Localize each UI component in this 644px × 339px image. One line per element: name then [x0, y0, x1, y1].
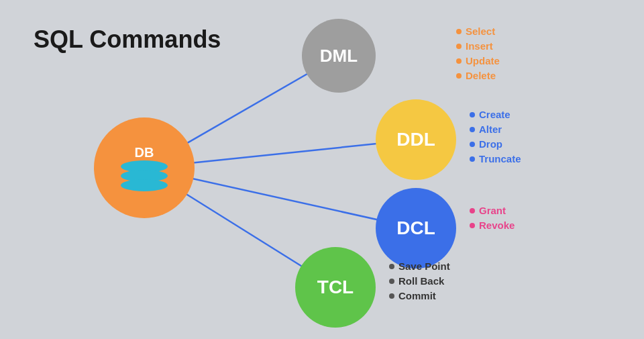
list-item: Save Point: [389, 260, 450, 272]
list-item: Truncate: [470, 153, 521, 164]
bullet-icon: [470, 142, 475, 147]
dml-label-group: Select Insert Update Delete: [456, 26, 500, 81]
dcl-item-2: Revoke: [479, 220, 515, 231]
list-item: Create: [470, 109, 521, 120]
list-item: Select: [456, 26, 500, 37]
db-disk-3: [121, 179, 168, 191]
bullet-icon: [470, 112, 475, 117]
ddl-item-1: Create: [479, 109, 511, 120]
dml-item-1: Select: [466, 26, 495, 37]
tcl-label-group: Save Point Roll Back Commit: [389, 260, 450, 301]
bullet-icon: [389, 264, 394, 269]
dcl-label-group: Grant Revoke: [470, 205, 515, 231]
list-item: Insert: [456, 40, 500, 52]
tcl-item-3: Commit: [398, 290, 436, 301]
ddl-label-group: Create Alter Drop Truncate: [470, 109, 521, 164]
bullet-icon: [456, 73, 462, 79]
ddl-item-4: Truncate: [479, 153, 521, 164]
bullet-icon: [389, 293, 394, 299]
bullet-icon: [470, 208, 475, 213]
list-item: Roll Back: [389, 275, 450, 287]
db-icon: DB: [121, 145, 168, 191]
dml-item-3: Update: [466, 55, 500, 66]
dcl-item-1: Grant: [479, 205, 506, 216]
bullet-icon: [470, 223, 475, 228]
page-title: SQL Commands: [34, 26, 221, 54]
dml-item-4: Delete: [466, 70, 496, 81]
list-item: Drop: [470, 138, 521, 150]
dcl-label: DCL: [396, 217, 435, 239]
bullet-icon: [456, 29, 462, 34]
bullet-icon: [456, 58, 462, 64]
tcl-item-1: Save Point: [398, 260, 450, 272]
bullet-icon: [470, 156, 475, 162]
list-item: Revoke: [470, 220, 515, 231]
bullet-icon: [470, 127, 475, 132]
tcl-item-2: Roll Back: [398, 275, 444, 287]
list-item: Grant: [470, 205, 515, 216]
ddl-item-3: Drop: [479, 138, 502, 150]
tcl-label: TCL: [317, 277, 354, 298]
dml-circle: DML: [302, 19, 376, 93]
ddl-item-2: Alter: [479, 124, 502, 135]
dml-item-2: Insert: [466, 40, 493, 52]
list-item: Commit: [389, 290, 450, 301]
ddl-label: DDL: [396, 129, 435, 150]
db-label: DB: [135, 145, 154, 160]
list-item: Update: [456, 55, 500, 66]
tcl-circle: TCL: [295, 247, 376, 328]
bullet-icon: [456, 44, 462, 49]
dml-label: DML: [320, 46, 358, 66]
dcl-circle: DCL: [376, 188, 456, 269]
db-circle: DB: [94, 117, 195, 218]
ddl-circle: DDL: [376, 99, 456, 180]
list-item: Alter: [470, 124, 521, 135]
list-item: Delete: [456, 70, 500, 81]
bullet-icon: [389, 279, 394, 284]
